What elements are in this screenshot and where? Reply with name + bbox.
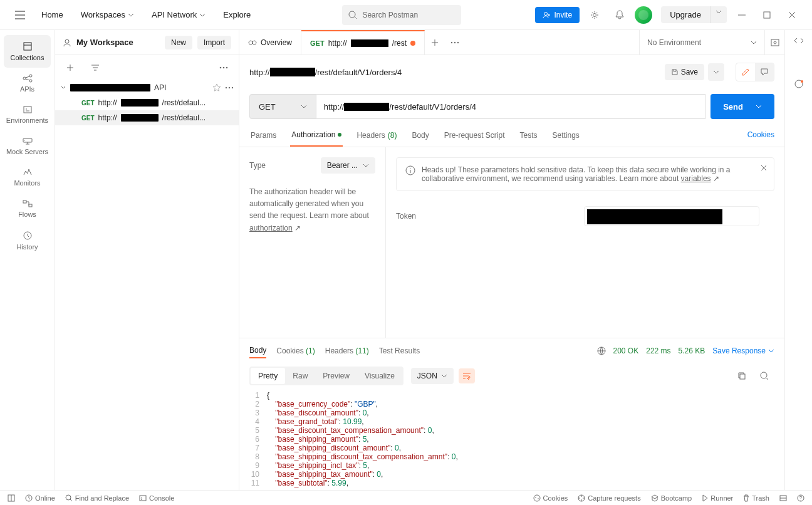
view-preview[interactable]: Preview — [315, 368, 357, 384]
add-icon[interactable] — [60, 58, 80, 78]
footer-cookies[interactable]: Cookies — [533, 494, 568, 502]
close-banner-icon[interactable] — [760, 164, 768, 172]
svg-rect-9 — [24, 107, 31, 113]
rail-apis[interactable]: APIs — [0, 68, 55, 99]
footer-find[interactable]: Find and Replace — [65, 494, 129, 502]
footer-runner[interactable]: Runner — [702, 494, 733, 502]
send-button[interactable]: Send — [710, 94, 774, 119]
request-item[interactable]: GET http:///rest/defaul... — [55, 110, 239, 125]
auth-learn-link[interactable]: authorization — [249, 224, 293, 232]
env-preview-icon[interactable] — [764, 30, 784, 55]
search-response-icon[interactable] — [754, 366, 774, 386]
edit-icon[interactable] — [736, 63, 755, 81]
response-body[interactable]: 1{2 "base_currency_code": "GBP",3 "base_… — [239, 388, 784, 490]
tab-tests[interactable]: Tests — [518, 124, 538, 147]
close-icon[interactable] — [782, 5, 802, 25]
rail-history[interactable]: History — [0, 224, 55, 257]
svg-point-31 — [761, 372, 767, 378]
workspace-title: My Workspace — [76, 38, 160, 47]
environment-select[interactable]: No Environment — [639, 30, 764, 55]
auth-description: The authorization header will be automat… — [249, 186, 375, 234]
tab-settings[interactable]: Settings — [551, 124, 581, 147]
resp-tab-headers[interactable]: Headers (11) — [325, 344, 369, 358]
search-placeholder: Search Postman — [362, 11, 418, 19]
footer-layout-icon[interactable] — [8, 494, 15, 502]
tab-params[interactable]: Params — [249, 124, 278, 147]
avatar[interactable] — [635, 6, 652, 24]
search-input[interactable]: Search Postman — [342, 5, 461, 25]
nav-api-network[interactable]: API Network — [145, 6, 212, 23]
comment-icon[interactable] — [755, 63, 774, 81]
new-button[interactable]: New — [165, 36, 192, 49]
rail-monitors[interactable]: Monitors — [0, 162, 55, 193]
menu-icon[interactable] — [10, 5, 30, 25]
more-icon[interactable] — [225, 86, 234, 89]
rail-flows[interactable]: Flows — [0, 193, 55, 224]
rail-environments[interactable]: Environments — [0, 99, 55, 130]
svg-point-39 — [535, 497, 536, 498]
import-button[interactable]: Import — [197, 36, 231, 49]
person-icon — [63, 38, 71, 47]
view-visualize[interactable]: Visualize — [357, 368, 402, 384]
svg-rect-12 — [29, 204, 32, 207]
save-icon — [671, 68, 679, 76]
maximize-icon[interactable] — [757, 5, 777, 25]
tab-more-icon[interactable] — [445, 33, 465, 53]
footer-help-icon[interactable] — [797, 494, 804, 502]
nav-home[interactable]: Home — [35, 6, 70, 23]
tab-request[interactable]: GET http:///rest — [301, 30, 425, 55]
copy-icon[interactable] — [732, 366, 752, 386]
tab-body[interactable]: Body — [410, 124, 430, 147]
tab-overview[interactable]: Overview — [239, 30, 301, 55]
footer-panes-icon[interactable] — [779, 495, 787, 501]
view-mode-tabs: Pretty Raw Preview Visualize — [249, 367, 403, 385]
resp-tab-body[interactable]: Body — [249, 343, 266, 358]
notifications-icon[interactable] — [610, 5, 630, 25]
url-input[interactable]: http:///rest/default/V1/orders/4 — [316, 94, 705, 119]
filter-icon[interactable] — [85, 58, 105, 78]
tab-auth[interactable]: Authorization — [290, 124, 343, 147]
rail-mock-servers[interactable]: Mock Servers — [0, 130, 55, 162]
footer-console[interactable]: Console — [139, 494, 174, 502]
wrap-icon[interactable] — [459, 368, 475, 383]
rail-collections[interactable]: Collections — [4, 35, 51, 68]
view-raw[interactable]: Raw — [285, 368, 315, 384]
minimize-icon[interactable] — [732, 5, 752, 25]
tab-headers[interactable]: Headers (8) — [355, 124, 398, 147]
variables-link[interactable]: variables — [681, 174, 711, 183]
token-input[interactable] — [584, 206, 759, 226]
request-item[interactable]: GET http:///rest/defaul... — [55, 95, 239, 110]
resp-tab-tests[interactable]: Test Results — [379, 344, 420, 358]
view-pretty[interactable]: Pretty — [251, 368, 285, 384]
footer-bootcamp[interactable]: Bootcamp — [651, 494, 692, 502]
resp-tab-cookies[interactable]: Cookies (1) — [276, 344, 315, 358]
auth-type-select[interactable]: Bearer ... — [321, 157, 375, 174]
cookies-link[interactable]: Cookies — [747, 124, 774, 147]
code-panel-icon[interactable] — [793, 36, 804, 45]
footer-online[interactable]: Online — [25, 494, 55, 502]
save-caret[interactable] — [708, 63, 724, 81]
svg-point-23 — [451, 41, 452, 43]
nav-workspaces[interactable]: Workspaces — [75, 6, 140, 23]
footer-capture[interactable]: Capture requests — [578, 494, 640, 502]
star-icon[interactable] — [212, 83, 221, 92]
save-response-button[interactable]: Save Response — [712, 346, 774, 355]
save-button[interactable]: Save — [665, 64, 704, 80]
new-tab-icon[interactable] — [425, 33, 445, 53]
tab-prereq[interactable]: Pre-request Script — [443, 124, 506, 147]
upgrade-button[interactable]: Upgrade — [661, 6, 710, 23]
settings-icon[interactable] — [585, 5, 605, 25]
format-select[interactable]: JSON — [411, 368, 454, 384]
upgrade-caret[interactable] — [710, 6, 727, 23]
globe-icon[interactable] — [597, 346, 606, 355]
nav-explore[interactable]: Explore — [217, 6, 257, 23]
method-select[interactable]: GET — [249, 94, 316, 119]
search-icon — [348, 11, 357, 19]
collection-item[interactable]: API — [55, 80, 239, 95]
info-panel-icon[interactable] — [793, 79, 804, 89]
invite-button[interactable]: Invite — [535, 7, 580, 23]
svg-point-16 — [223, 67, 225, 69]
unsaved-dot-icon — [410, 41, 415, 46]
more-icon[interactable] — [214, 58, 234, 78]
footer-trash[interactable]: Trash — [743, 494, 769, 502]
